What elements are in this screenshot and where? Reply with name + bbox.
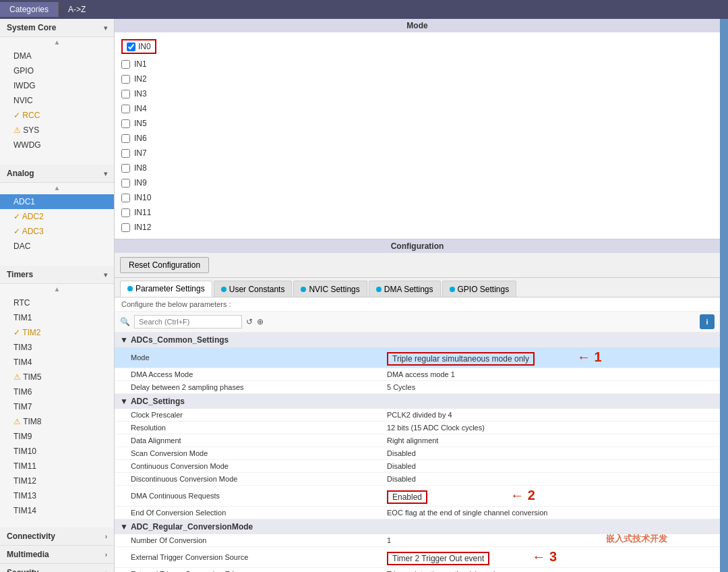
sidebar-item-tim8[interactable]: TIM8 — [0, 414, 114, 429]
sidebar-item-iwdg[interactable]: IWDG — [0, 78, 114, 93]
sidebar-item-tim5[interactable]: TIM5 — [0, 370, 114, 384]
param-row-clock-prescaler[interactable]: Clock Prescaler PCLK2 divided by 4 — [115, 409, 720, 422]
param-row-eoc-selection[interactable]: End Of Conversion Selection EOC flag at … — [115, 507, 720, 519]
sidebar-item-nvic[interactable]: NVIC — [0, 93, 114, 108]
chevron-down-icon: ▾ — [104, 24, 107, 32]
sidebar-item-tim4[interactable]: TIM4 — [0, 355, 114, 370]
param-row-mode[interactable]: Mode Triple regular simultaneous mode on… — [115, 347, 720, 368]
sidebar-item-tim11[interactable]: TIM11 — [0, 459, 114, 474]
channel-in12[interactable]: IN12 — [121, 221, 713, 233]
sidebar-item-tim13[interactable]: TIM13 — [0, 488, 114, 503]
sidebar-item-tim6[interactable]: TIM6 — [0, 384, 114, 399]
channel-in10[interactable]: IN10 — [121, 192, 713, 204]
sidebar-header-timers[interactable]: Timers ▾ — [0, 266, 114, 284]
checkbox-in12[interactable] — [121, 223, 130, 232]
tab-az[interactable]: A->Z — [59, 2, 95, 17]
collapse-icon-adc-regular: ▼ — [120, 522, 128, 532]
reset-configuration-button[interactable]: Reset Configuration — [120, 257, 209, 273]
sidebar-item-tim14[interactable]: TIM14 — [0, 503, 114, 518]
sidebar-item-tim3[interactable]: TIM3 — [0, 340, 114, 355]
checkbox-in4[interactable] — [121, 105, 130, 113]
param-row-delay-sampling[interactable]: Delay between 2 sampling phases 5 Cycles — [115, 381, 720, 394]
param-row-continuous-conversion[interactable]: Continuous Conversion Mode Disabled — [115, 460, 720, 473]
checkbox-in5[interactable] — [121, 119, 130, 128]
expand-icon[interactable]: ⊕ — [257, 317, 264, 326]
sidebar-header-security[interactable]: Security › — [0, 564, 114, 572]
channel-in9[interactable]: IN9 — [121, 177, 713, 189]
group-header-adc-settings[interactable]: ▼ ADC_Settings — [115, 394, 720, 409]
scroll-up-timers[interactable]: ▲ — [0, 284, 114, 294]
tab-user-constants[interactable]: User Constants — [214, 281, 293, 297]
right-scrollbar[interactable] — [720, 19, 728, 572]
sidebar-item-dac[interactable]: DAC — [0, 239, 114, 254]
sidebar-item-tim9[interactable]: TIM9 — [0, 429, 114, 444]
sidebar-header-multimedia[interactable]: Multimedia › — [0, 546, 114, 564]
search-input[interactable] — [134, 315, 242, 328]
tab-categories[interactable]: Categories — [0, 2, 59, 17]
channel-in1[interactable]: IN1 — [121, 58, 713, 70]
sidebar-item-tim2[interactable]: TIM2 — [0, 325, 114, 340]
param-row-resolution[interactable]: Resolution 12 bits (15 ADC Clock cycles) — [115, 422, 720, 434]
checkbox-in1[interactable] — [121, 60, 130, 69]
info-button[interactable]: i — [700, 314, 715, 329]
dot-nvic — [301, 287, 306, 292]
channel-in7[interactable]: IN7 — [121, 147, 713, 159]
checkbox-in2[interactable] — [121, 75, 130, 84]
tab-gpio-settings[interactable]: GPIO Settings — [442, 281, 517, 297]
channel-in8[interactable]: IN8 — [121, 162, 713, 174]
param-row-data-alignment[interactable]: Data Alignment Right alignment — [115, 434, 720, 447]
channel-in5[interactable]: IN5 — [121, 117, 713, 130]
param-row-scan-conversion[interactable]: Scan Conversion Mode Disabled — [115, 447, 720, 460]
sidebar-item-dma[interactable]: DMA — [0, 49, 114, 63]
checkbox-in10[interactable] — [121, 194, 130, 202]
group-header-adcs-common[interactable]: ▼ ADCs_Common_Settings — [115, 333, 720, 347]
checkbox-in6[interactable] — [121, 134, 130, 143]
label-in10: IN10 — [134, 193, 151, 202]
sidebar-item-wwdg[interactable]: WWDG — [0, 138, 114, 152]
param-row-dma-continuous[interactable]: DMA Continuous Requests Enabled ← 2 — [115, 486, 720, 507]
sidebar-item-sys[interactable]: SYS — [0, 123, 114, 138]
sidebar-item-tim10[interactable]: TIM10 — [0, 444, 114, 459]
sidebar-header-connectivity[interactable]: Connectivity › — [0, 527, 114, 546]
sidebar-item-rtc[interactable]: RTC — [0, 295, 114, 310]
channel-in4[interactable]: IN4 — [121, 103, 713, 115]
checkbox-in11[interactable] — [121, 208, 130, 217]
config-panel-title: Configuration — [115, 239, 720, 253]
param-value-data-alignment: Right alignment — [387, 436, 715, 445]
checkbox-in3[interactable] — [121, 90, 130, 98]
param-row-dma-access[interactable]: DMA Access Mode DMA access mode 1 — [115, 368, 720, 381]
channel-in0[interactable]: IN0 — [121, 38, 713, 55]
channel-in6[interactable]: IN6 — [121, 132, 713, 144]
param-row-ext-trigger-edge[interactable]: External Trigger Conversion Edge Trigger… — [115, 568, 720, 572]
checkbox-in9[interactable] — [121, 179, 130, 188]
sidebar-item-adc1[interactable]: ADC1 — [0, 194, 114, 209]
scroll-up-analog[interactable]: ▲ — [0, 183, 114, 193]
channel-in2[interactable]: IN2 — [121, 73, 713, 85]
label-in9: IN9 — [134, 178, 147, 188]
checkbox-in8[interactable] — [121, 164, 130, 173]
sidebar-item-rcc[interactable]: RCC — [0, 108, 114, 123]
sidebar-item-adc2[interactable]: ADC2 — [0, 209, 114, 224]
sidebar-header-system-core[interactable]: System Core ▾ — [0, 19, 114, 37]
content-area: Mode IN0 IN1 IN2 — [115, 19, 720, 572]
group-header-adc-regular[interactable]: ▼ ADC_Regular_ConversionMode — [115, 519, 720, 534]
sidebar-item-tim7[interactable]: TIM7 — [0, 399, 114, 414]
sidebar-header-analog[interactable]: Analog ▾ — [0, 165, 114, 183]
channel-in11[interactable]: IN11 — [121, 206, 713, 219]
tab-parameter-settings[interactable]: Parameter Settings — [120, 281, 212, 297]
refresh-icon[interactable]: ↺ — [246, 317, 253, 326]
sidebar-item-tim1[interactable]: TIM1 — [0, 310, 114, 325]
param-name-delay-sampling: Delay between 2 sampling phases — [131, 383, 387, 391]
checkbox-in7[interactable] — [121, 149, 130, 158]
sidebar-item-tim12[interactable]: TIM12 — [0, 474, 114, 488]
mode-panel: Mode IN0 IN1 IN2 — [115, 19, 720, 239]
checkbox-in0[interactable] — [127, 42, 135, 51]
tab-dma-settings[interactable]: DMA Settings — [369, 281, 441, 297]
tab-nvic-settings[interactable]: NVIC Settings — [293, 281, 367, 297]
param-row-discontinuous-conversion[interactable]: Discontinuous Conversion Mode Disabled — [115, 473, 720, 486]
scroll-up-system-core[interactable]: ▲ — [0, 37, 114, 47]
param-row-ext-trigger-source[interactable]: External Trigger Conversion Source Timer… — [115, 547, 720, 568]
sidebar-item-gpio[interactable]: GPIO — [0, 63, 114, 78]
sidebar-item-adc3[interactable]: ADC3 — [0, 224, 114, 239]
channel-in3[interactable]: IN3 — [121, 88, 713, 100]
